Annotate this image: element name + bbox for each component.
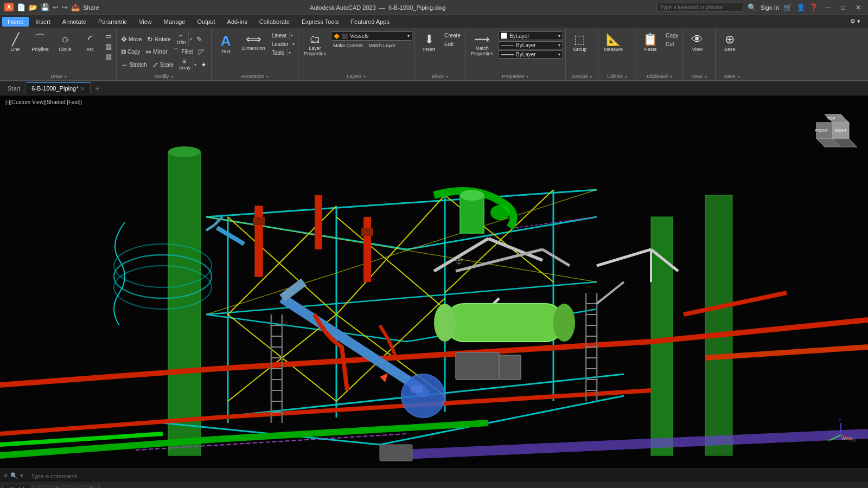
minimize-btn[interactable]: ─ (822, 2, 833, 13)
sign-in[interactable]: Sign In (761, 4, 779, 11)
modify-move-btn[interactable]: ✥Move (119, 31, 144, 47)
ribbon-group-base: ⊕ Base Base▾ (716, 29, 748, 80)
modify-trim-btn[interactable]: ✂Trim ▾ (174, 31, 193, 47)
cart-icon[interactable]: 🛒 (783, 3, 792, 11)
tab-start[interactable]: Start (2, 83, 26, 94)
annotation-group-label[interactable]: Annotation▾ (214, 73, 296, 80)
layer-match-btn[interactable]: Match Layer (366, 42, 398, 49)
layers-group-label[interactable]: Layers▾ (301, 73, 412, 80)
block-create-btn[interactable]: Create (442, 31, 463, 40)
block-edit-btn[interactable]: Edit (442, 40, 463, 48)
group-btn[interactable]: ⬚ Group (568, 31, 592, 54)
open-btn[interactable]: 📂 (29, 3, 37, 11)
draw-gradient-btn[interactable]: ▧ (103, 52, 114, 61)
block-insert-btn[interactable]: ⬇ Insert (417, 31, 441, 54)
modify-scale-btn[interactable]: ⤢Scale (150, 57, 176, 72)
filename: 6-B-1000_Piping.dwg (388, 4, 445, 11)
draw-group-label[interactable]: Draw▾ (3, 73, 114, 80)
modify-chamfer-btn[interactable]: ◸ (196, 47, 206, 56)
clipboard-group-label[interactable]: Clipboard▾ (639, 73, 680, 80)
keyword-search[interactable] (656, 3, 743, 12)
layout-tab-layout1[interactable]: Layout1 (32, 485, 66, 488)
modify-copy-btn[interactable]: ⧉Copy (119, 47, 142, 56)
color-dropdown[interactable]: ByLayer ▾ (498, 31, 563, 40)
ribbon-group-clipboard: 📋 Paste Copy Cut Clipboard▾ (636, 29, 683, 80)
draw-polyline-btn[interactable]: ⌒ Polyline (28, 31, 52, 54)
menu-output[interactable]: Output (192, 17, 221, 27)
annotation-linear-btn[interactable]: Linear ▾ (270, 31, 296, 40)
annotation-table-btn[interactable]: Table ▾ (270, 49, 296, 57)
groups-group-label[interactable]: Groups▾ (568, 73, 596, 80)
layer-properties-btn[interactable]: 🗂 LayerProperties (301, 31, 329, 59)
block-group-label[interactable]: Block▾ (417, 73, 463, 80)
annotation-dimension-btn[interactable]: ⟺ Dimension (239, 31, 269, 53)
draw-circle-btn[interactable]: ○ Circle (53, 31, 77, 54)
modify-fillet-btn[interactable]: ⌒Fillet (170, 47, 195, 56)
undo-btn[interactable]: ↩ (53, 3, 59, 11)
share-label[interactable]: Share (83, 4, 99, 11)
modify-stretch-btn[interactable]: ↔Stretch (119, 57, 149, 72)
user-icon[interactable]: 👤 (796, 3, 805, 11)
svg-rect-48 (445, 304, 564, 342)
view-btn[interactable]: 👁 View (685, 31, 709, 54)
menu-featured[interactable]: Featured Apps (345, 17, 395, 27)
help-icon[interactable]: ❓ (809, 3, 818, 11)
cut-btn[interactable]: Cut (663, 40, 680, 48)
layout-tab-layout2[interactable]: Layout2 (67, 485, 100, 488)
draw-hatch-btn[interactable]: ▨ (103, 42, 114, 51)
menu-view[interactable]: View (133, 17, 157, 27)
share-btn[interactable]: 📤 (71, 3, 80, 11)
annotation-leader-btn[interactable]: Leader ▾ (270, 40, 296, 48)
layout-tab-model[interactable]: Model (2, 485, 31, 488)
tab-close-btn[interactable]: ✕ (80, 86, 85, 92)
draw-rect-btn[interactable]: ▭ (103, 31, 114, 41)
menu-annotate[interactable]: Annotate (57, 17, 92, 27)
svg-rect-51 (255, 206, 263, 277)
modify-mirror-btn[interactable]: ⇔Mirror (143, 47, 169, 56)
match-properties-btn[interactable]: ⟿ MatchProperties (468, 31, 496, 59)
menu-manage[interactable]: Manage (158, 17, 191, 27)
base-group-label[interactable]: Base▾ (718, 73, 746, 80)
new-btn[interactable]: 📄 (17, 3, 25, 11)
modify-array-btn[interactable]: ⊞Array ▾ (177, 57, 198, 72)
measure-btn[interactable]: 📐 Measure (601, 31, 626, 54)
tab-drawing[interactable]: 6-B-1000_Piping* ✕ (26, 82, 91, 94)
menu-home[interactable]: Home (2, 17, 29, 27)
redo-btn[interactable]: ↪ (62, 3, 68, 11)
menu-express[interactable]: Express Tools (296, 17, 344, 27)
annotation-text-btn[interactable]: A Text (214, 31, 238, 56)
menu-parametric[interactable]: Parametric (93, 17, 132, 27)
layer-dropdown[interactable]: 🔶 ⬛ Vessels ▾ (331, 31, 412, 41)
lineweight-dropdown[interactable]: ByLayer ▾ (498, 50, 563, 59)
base-btn[interactable]: ⊕ Base (718, 31, 742, 54)
cmd-cancel-icon[interactable]: ✕ (3, 472, 8, 479)
cmd-search-icon[interactable]: 🔍 (10, 472, 18, 479)
layer-make-current-btn[interactable]: Make Current (331, 42, 365, 49)
menu-collaborate[interactable]: Collaborate (254, 17, 295, 27)
modify-erase-btn[interactable]: ✎ (194, 31, 205, 47)
cad-canvas[interactable] (0, 95, 868, 468)
modify-rotate-btn[interactable]: ↻Rotate (145, 31, 173, 47)
draw-arc-btn[interactable]: ◜ Arc (78, 31, 102, 54)
command-input[interactable] (28, 472, 865, 480)
menu-addins[interactable]: Add-ins (222, 17, 253, 27)
close-btn[interactable]: ✕ (853, 2, 864, 13)
search-icon[interactable]: 🔍 (748, 3, 756, 11)
workspace-dropdown[interactable]: ⚙ ▾ (845, 16, 866, 27)
maximize-btn[interactable]: □ (838, 2, 848, 13)
draw-line-btn[interactable]: ╱ Line (3, 31, 27, 54)
paste-btn[interactable]: 📋 Paste (639, 31, 662, 54)
properties-group-label[interactable]: Properties▾ (468, 73, 563, 80)
tab-add-btn[interactable]: + (91, 82, 104, 95)
modify-group-label[interactable]: Modify▾ (119, 73, 209, 80)
copy-clip-btn[interactable]: Copy (663, 31, 680, 40)
utilities-group-label[interactable]: Utilities▾ (601, 73, 634, 80)
save-btn[interactable]: 💾 (41, 3, 49, 11)
viewcube[interactable]: TOP FRONT RIGHT (808, 104, 857, 152)
modify-explode-btn[interactable]: ✦ (199, 57, 209, 72)
menu-insert[interactable]: Insert (30, 17, 56, 27)
add-layout-btn[interactable]: + (101, 486, 110, 489)
linetype-dropdown[interactable]: ByLayer ▾ (498, 41, 563, 49)
view-group-label[interactable]: View▾ (685, 73, 713, 80)
cmd-dropdown-icon[interactable]: ▾ (20, 472, 23, 479)
